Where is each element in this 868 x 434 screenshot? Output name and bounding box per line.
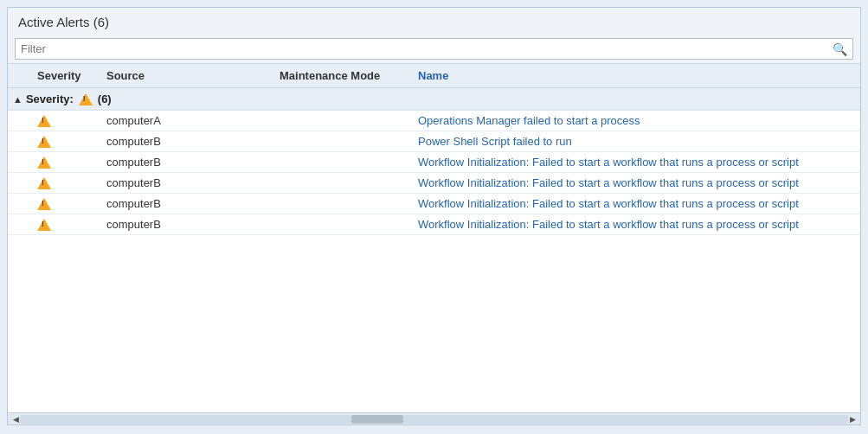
group-count: (6) (98, 93, 112, 105)
severity-cell (34, 198, 103, 210)
warning-icon (37, 136, 51, 148)
source-cell: computerB (103, 176, 276, 189)
table-row[interactable]: computerB Workflow Initialization: Faile… (8, 194, 860, 214)
filter-input-wrap: 🔍 (15, 38, 853, 60)
warning-icon (37, 219, 51, 231)
table-row[interactable]: computerA Operations Manager failed to s… (8, 111, 860, 131)
source-cell: computerB (103, 197, 276, 210)
name-cell[interactable]: Workflow Initialization: Failed to start… (415, 197, 860, 210)
name-cell[interactable]: Operations Manager failed to start a pro… (415, 114, 860, 127)
source-cell: computerB (103, 156, 276, 169)
filter-input[interactable] (16, 39, 827, 59)
filter-bar: 🔍 (8, 35, 860, 63)
name-cell[interactable]: Power Shell Script failed to run (415, 135, 860, 148)
warning-icon (37, 177, 51, 189)
active-alerts-panel: Active Alerts (6) 🔍 Severity Source Main… (7, 7, 861, 425)
warning-icon (79, 93, 93, 105)
severity-cell (34, 115, 103, 127)
table-row[interactable]: computerB Power Shell Script failed to r… (8, 131, 860, 152)
group-label-text: Severity: (26, 93, 74, 105)
scroll-right-arrow[interactable]: ▶ (846, 413, 858, 425)
warning-icon (37, 156, 51, 169)
source-cell: computerA (103, 114, 276, 127)
name-cell[interactable]: Workflow Initialization: Failed to start… (415, 218, 860, 231)
col-header-name[interactable]: Name (415, 69, 860, 82)
severity-cell (34, 177, 103, 189)
table-header: Severity Source Maintenance Mode Name (8, 64, 860, 88)
table-row[interactable]: computerB Workflow Initialization: Faile… (8, 173, 860, 194)
alerts-table: Severity Source Maintenance Mode Name ▲ … (8, 63, 860, 412)
warning-icon (37, 115, 51, 127)
scroll-track[interactable] (20, 415, 848, 424)
source-cell: computerB (103, 218, 276, 231)
name-cell[interactable]: Workflow Initialization: Failed to start… (415, 176, 860, 189)
severity-cell (34, 156, 103, 169)
source-cell: computerB (103, 135, 276, 148)
table-row[interactable]: computerB Workflow Initialization: Faile… (8, 152, 860, 173)
group-row-severity[interactable]: ▲ Severity: (6) (8, 88, 860, 111)
search-icon: 🔍 (827, 40, 852, 59)
col-header-source[interactable]: Source (103, 69, 276, 82)
horizontal-scrollbar[interactable]: ◀ ▶ (8, 412, 860, 424)
severity-cell (34, 136, 103, 148)
scroll-thumb[interactable] (351, 415, 403, 424)
severity-cell (34, 219, 103, 231)
group-label: Severity: (6) (26, 93, 112, 105)
warning-icon (37, 198, 51, 210)
col-header-severity[interactable]: Severity (34, 69, 103, 82)
table-body: ▲ Severity: (6) computerA Operations Man… (8, 88, 860, 412)
table-row[interactable]: computerB Workflow Initialization: Faile… (8, 214, 860, 235)
group-toggle-icon[interactable]: ▲ (13, 94, 23, 105)
col-header-maintenance[interactable]: Maintenance Mode (276, 69, 415, 82)
panel-title: Active Alerts (6) (8, 8, 860, 35)
name-cell[interactable]: Workflow Initialization: Failed to start… (415, 156, 860, 169)
